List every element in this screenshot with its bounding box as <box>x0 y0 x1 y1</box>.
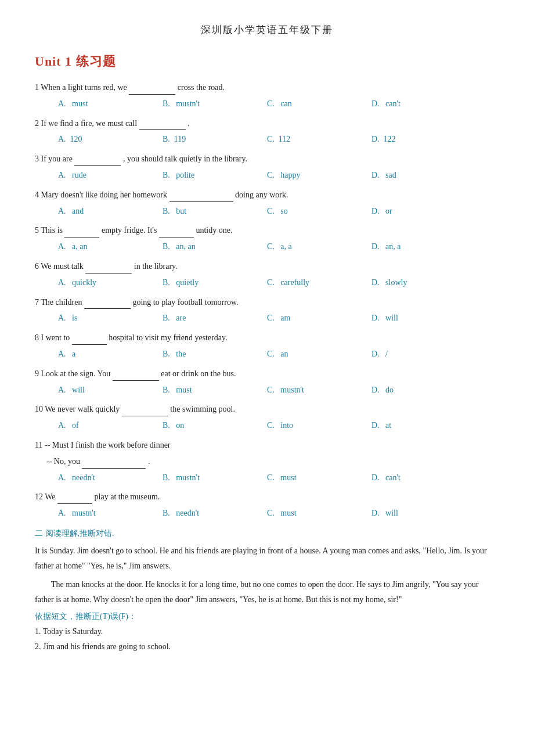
q4-options: A. and B. but C. so D. or <box>35 204 499 218</box>
question-7: 7 The children going to play football to… <box>35 296 499 326</box>
q1-options: A. must B. mustn't C. can D. can't <box>35 97 499 111</box>
q12-text: 12 We play at the museum. <box>35 490 499 504</box>
q4-text: 4 Mary doesn't like doing her homework d… <box>35 188 499 202</box>
q9-opt-a: A. will <box>58 383 163 397</box>
q5-blank1 <box>64 228 99 237</box>
section2-title: 二 阅读理解,推断对错. <box>35 528 499 539</box>
q12-blank <box>57 495 92 504</box>
q8-opt-d: D. / <box>371 347 476 361</box>
q7-opt-c: C. am <box>267 311 371 325</box>
q11-text: 11 -- Must I finish the work before dinn… <box>35 438 499 452</box>
unit-title: Unit 1 练习题 <box>35 53 499 70</box>
q10-opt-c: C. into <box>267 419 371 433</box>
q5-opt-d: D. an, a <box>371 240 476 254</box>
q3-options: A. rude B. polite C. happy D. sad <box>35 168 499 182</box>
question-10: 10 We never walk quickly the swimming po… <box>35 402 499 433</box>
q9-opt-d: D. do <box>371 383 476 397</box>
question-2: 2 If we find a fire, we must call . A. 1… <box>35 117 499 147</box>
q5-opt-a: A. a, an <box>58 240 163 254</box>
q8-options: A. a B. the C. an D. / <box>35 347 499 361</box>
passage-p2: The man knocks at the door. He knocks it… <box>35 577 499 607</box>
q7-opt-d: D. will <box>371 311 476 325</box>
question-5: 5 This is empty fridge. It's untidy one.… <box>35 224 499 254</box>
q8-text: 8 I went to hospital to visit my friend … <box>35 331 499 345</box>
q11-options: A. needn't B. mustn't C. must D. can't <box>35 471 499 485</box>
main-title: 深圳版小学英语五年级下册 <box>35 23 499 37</box>
question-4: 4 Mary doesn't like doing her homework d… <box>35 188 499 218</box>
q10-blank <box>122 407 168 416</box>
q9-opt-c: C. mustn't <box>267 383 371 397</box>
q11-opt-d: D. can't <box>371 471 476 485</box>
q11-blank <box>82 459 146 469</box>
question-8: 8 I went to hospital to visit my friend … <box>35 331 499 361</box>
question-11: 11 -- Must I finish the work before dinn… <box>35 438 499 484</box>
q5-text: 5 This is empty fridge. It's untidy one. <box>35 224 499 237</box>
q6-opt-d: D. slowly <box>371 276 476 290</box>
q5-opt-b: B. an, an <box>163 240 267 254</box>
q7-text: 7 The children going to play football to… <box>35 296 499 309</box>
q2-text: 2 If we find a fire, we must call . <box>35 117 499 131</box>
q8-blank <box>72 336 107 345</box>
q7-opt-b: B. are <box>163 311 267 325</box>
q4-blank <box>169 193 233 202</box>
q7-options: A. is B. are C. am D. will <box>35 311 499 325</box>
q10-opt-a: A. of <box>58 419 163 433</box>
q4-opt-a: A. and <box>58 204 163 218</box>
q2-opt-d: D. 122 <box>371 132 476 146</box>
q3-opt-b: B. polite <box>163 168 267 182</box>
q4-opt-b: B. but <box>163 204 267 218</box>
question-3: 3 If you are , you should talk quietly i… <box>35 152 499 182</box>
q10-opt-d: D. at <box>371 419 476 433</box>
q2-blank <box>139 121 186 130</box>
q2-opt-c: C. 112 <box>267 132 371 146</box>
q10-opt-b: B. on <box>163 419 267 433</box>
q1-opt-c: C. can <box>267 97 371 111</box>
q6-blank <box>85 264 132 273</box>
q6-options: A. quickly B. quietly C. carefully D. sl… <box>35 276 499 290</box>
q5-options: A. a, an B. an, an C. a, a D. an, a <box>35 240 499 254</box>
q12-options: A. mustn't B. needn't C. must D. will <box>35 506 499 520</box>
q12-opt-b: B. needn't <box>163 506 267 520</box>
q8-opt-c: C. an <box>267 347 371 361</box>
q11-opt-c: C. must <box>267 471 371 485</box>
q9-blank <box>113 372 159 381</box>
q11-text2: -- No, you . <box>35 455 499 469</box>
reading-passage: It is Sunday. Jim doesn't go to school. … <box>35 543 499 607</box>
judge-title: 依据短文，推断正(T)误(F)： <box>35 611 499 622</box>
q3-opt-d: D. sad <box>371 168 476 182</box>
judge-item-1: 1. Today is Saturday. <box>35 624 499 639</box>
q6-opt-a: A. quickly <box>58 276 163 290</box>
q3-text: 3 If you are , you should talk quietly i… <box>35 152 499 166</box>
q8-opt-a: A. a <box>58 347 163 361</box>
passage-p1: It is Sunday. Jim doesn't go to school. … <box>35 543 499 574</box>
q5-opt-c: C. a, a <box>267 240 371 254</box>
q1-text: 1 When a light turns red, we cross the r… <box>35 81 499 95</box>
judge-item-2: 2. Jim and his friends are going to scho… <box>35 639 499 654</box>
q8-opt-b: B. the <box>163 347 267 361</box>
q6-opt-c: C. carefully <box>267 276 371 290</box>
q3-blank <box>74 157 121 166</box>
q9-opt-b: B. must <box>163 383 267 397</box>
q12-opt-d: D. will <box>371 506 476 520</box>
q1-opt-a: A. must <box>58 97 163 111</box>
q12-opt-c: C. must <box>267 506 371 520</box>
q10-options: A. of B. on C. into D. at <box>35 419 499 433</box>
q4-opt-c: C. so <box>267 204 371 218</box>
question-12: 12 We play at the museum. A. mustn't B. … <box>35 490 499 520</box>
q6-opt-b: B. quietly <box>163 276 267 290</box>
q1-opt-d: D. can't <box>371 97 476 111</box>
q1-opt-b: B. mustn't <box>163 97 267 111</box>
question-6: 6 We must talk in the library. A. quickl… <box>35 260 499 290</box>
q3-opt-c: C. happy <box>267 168 371 182</box>
q11-opt-b: B. mustn't <box>163 471 267 485</box>
q7-opt-a: A. is <box>58 311 163 325</box>
q4-opt-d: D. or <box>371 204 476 218</box>
q12-opt-a: A. mustn't <box>58 506 163 520</box>
q5-blank2 <box>159 228 194 237</box>
q3-opt-a: A. rude <box>58 168 163 182</box>
q1-blank <box>129 85 175 95</box>
q6-text: 6 We must talk in the library. <box>35 260 499 273</box>
q9-text: 9 Look at the sign. You eat or drink on … <box>35 367 499 381</box>
q7-blank <box>84 300 131 309</box>
q9-options: A. will B. must C. mustn't D. do <box>35 383 499 397</box>
